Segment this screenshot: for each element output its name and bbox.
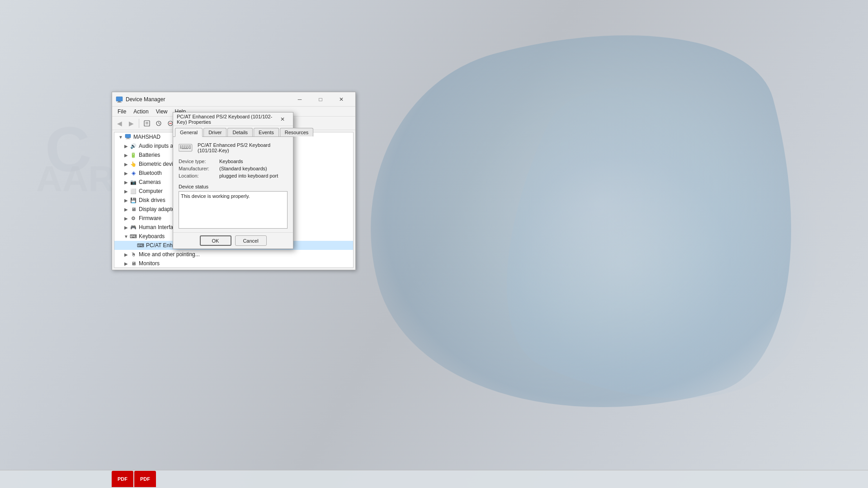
monitors-label: Monitors: [139, 260, 160, 267]
bluetooth-icon: [130, 169, 137, 177]
pdf-bar: PDF PDF: [112, 470, 156, 488]
svg-rect-20: [185, 145, 187, 146]
computer-icon: [130, 188, 137, 195]
dialog-footer: OK Cancel: [173, 232, 293, 249]
svg-rect-3: [144, 121, 150, 126]
disk-icon: [130, 197, 137, 204]
dialog-body: PC/AT Enhanced PS/2 Keyboard (101/102-Ke…: [173, 137, 293, 232]
bluetooth-expand-icon: ▶: [123, 170, 129, 176]
device-status-text: This device is working properly.: [181, 193, 250, 199]
biometric-icon: [130, 160, 137, 168]
svg-rect-14: [126, 139, 130, 139]
cameras-label: Cameras: [139, 179, 161, 185]
svg-rect-13: [127, 138, 129, 139]
svg-rect-26: [186, 147, 187, 148]
dialog-tabs: General Driver Details Events Resources: [173, 126, 293, 137]
cameras-expand-icon: ▶: [123, 179, 129, 185]
device-manager-titlebar[interactable]: Device Manager ─ □ ✕: [112, 92, 355, 107]
audio-icon: [130, 142, 137, 150]
location-value: plugged into keyboard port: [219, 173, 278, 178]
pcat-expand-icon: [131, 243, 136, 248]
tab-driver[interactable]: Driver: [203, 128, 226, 136]
properties-dialog: PC/AT Enhanced PS/2 Keyboard (101/102-Ke…: [173, 112, 293, 249]
svg-rect-22: [189, 145, 191, 146]
menu-view[interactable]: View: [152, 108, 171, 116]
root-label: MAHSHAD: [133, 134, 160, 140]
manufacturer-label: Manufacturer:: [179, 166, 219, 171]
location-label: Location:: [179, 173, 219, 178]
menu-action[interactable]: Action: [130, 108, 152, 116]
firmware-icon: [130, 215, 137, 222]
disk-label: Disk drives: [139, 197, 165, 203]
svg-rect-19: [184, 145, 185, 146]
tree-item-monitors[interactable]: ▶ Monitors: [114, 259, 353, 268]
minimize-button[interactable]: ─: [289, 92, 310, 107]
pcat-keyboard-icon: [137, 242, 144, 249]
firmware-expand-icon: ▶: [123, 216, 129, 221]
menu-file[interactable]: File: [114, 108, 130, 116]
tab-general[interactable]: General: [175, 128, 203, 137]
maximize-button[interactable]: □: [310, 92, 331, 107]
device-name-text: PC/AT Enhanced PS/2 Keyboard (101/102-Ke…: [198, 142, 288, 153]
device-props-table: Device type: Keyboards Manufacturer: (St…: [179, 159, 288, 180]
svg-rect-0: [116, 97, 123, 101]
toolbar-sep-1: [139, 119, 139, 128]
batteries-label: Batteries: [139, 152, 160, 158]
keyboards-expand-icon: ▼: [123, 234, 129, 239]
svg-rect-31: [189, 148, 191, 149]
tab-details[interactable]: Details: [227, 128, 253, 136]
svg-rect-21: [187, 145, 189, 146]
prop-row-manufacturer: Manufacturer: (Standard keyboards): [179, 166, 288, 171]
mice-label: Mice and other pointing...: [139, 251, 200, 258]
pdf-icon-2[interactable]: PDF: [134, 471, 156, 487]
prop-row-type: Device type: Keyboards: [179, 159, 288, 164]
dialog-close-button[interactable]: ✕: [276, 113, 289, 125]
device-status-label: Device status: [179, 184, 288, 189]
forward-button[interactable]: ▶: [126, 118, 137, 129]
device-manager-title: Device Manager: [126, 96, 289, 103]
svg-rect-17: [180, 145, 181, 146]
tab-resources[interactable]: Resources: [280, 128, 314, 136]
cancel-button[interactable]: Cancel: [235, 235, 267, 246]
tree-item-mice[interactable]: ▶ Mice and other pointing...: [114, 250, 353, 259]
svg-rect-18: [182, 145, 183, 146]
bluetooth-label: Bluetooth: [139, 170, 162, 176]
hid-expand-icon: ▶: [123, 225, 129, 230]
root-expand-icon: ▼: [118, 134, 123, 140]
svg-rect-29: [180, 148, 181, 149]
svg-rect-23: [180, 147, 182, 148]
device-type-label: Device type:: [179, 159, 219, 164]
device-type-value: Keyboards: [219, 159, 243, 164]
ok-button[interactable]: OK: [200, 235, 231, 246]
svg-rect-1: [118, 101, 121, 102]
svg-rect-25: [184, 147, 185, 148]
svg-rect-24: [182, 147, 184, 148]
camera-icon: [130, 178, 137, 186]
computer-label: Computer: [139, 188, 163, 194]
mice-expand-icon: ▶: [123, 252, 129, 257]
properties-button[interactable]: [142, 118, 152, 129]
root-computer-icon: [124, 133, 132, 141]
pdf-icon-1[interactable]: PDF: [112, 471, 133, 487]
audio-expand-icon: ▶: [123, 143, 129, 149]
tab-events[interactable]: Events: [254, 128, 279, 136]
taskbar: PDF PDF: [0, 470, 868, 488]
device-header: PC/AT Enhanced PS/2 Keyboard (101/102-Ke…: [179, 141, 288, 155]
manufacturer-value: (Standard keyboards): [219, 166, 267, 171]
close-button[interactable]: ✕: [331, 92, 352, 107]
window-controls: ─ □ ✕: [289, 92, 352, 107]
device-status-box: This device is working properly.: [179, 191, 288, 229]
monitors-icon: [130, 260, 137, 267]
update-button[interactable]: [153, 118, 164, 129]
svg-rect-12: [125, 134, 131, 138]
back-button[interactable]: ◀: [114, 118, 125, 129]
device-manager-icon: [116, 96, 123, 103]
dialog-titlebar[interactable]: PC/AT Enhanced PS/2 Keyboard (101/102-Ke…: [173, 113, 293, 126]
dialog-title: PC/AT Enhanced PS/2 Keyboard (101/102-Ke…: [177, 114, 276, 125]
keyboards-label: Keyboards: [139, 233, 165, 239]
device-status-section: Device status This device is working pro…: [179, 184, 288, 229]
computer-expand-icon: ▶: [123, 188, 129, 194]
keyboards-icon: [130, 233, 137, 240]
svg-rect-2: [117, 102, 122, 103]
svg-rect-28: [189, 147, 191, 148]
